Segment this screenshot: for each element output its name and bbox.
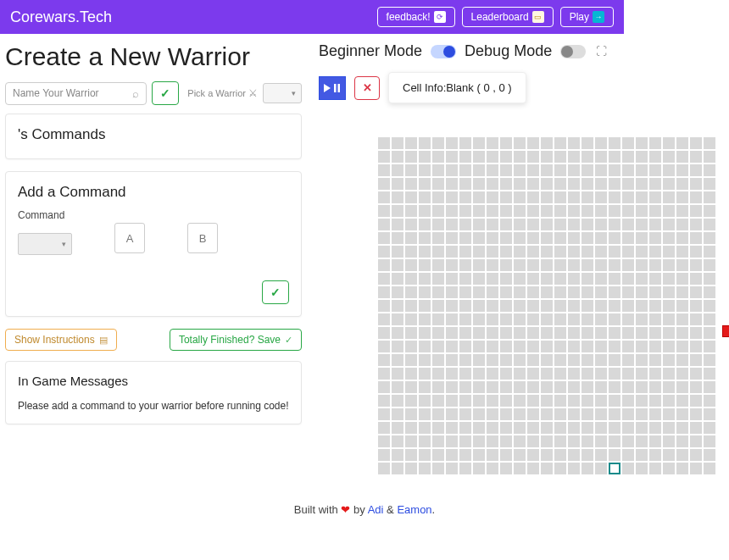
memory-cell[interactable] [459,354,471,366]
memory-cell[interactable] [582,435,593,447]
memory-cell[interactable] [609,408,620,420]
memory-cell[interactable] [568,463,580,474]
memory-cell[interactable] [704,286,715,298]
memory-cell[interactable] [636,463,648,474]
memory-cell[interactable] [405,408,417,420]
memory-cell[interactable] [676,327,688,339]
memory-cell[interactable] [487,273,498,285]
memory-cell[interactable] [459,273,471,285]
memory-cell[interactable] [487,246,498,258]
memory-cell[interactable] [690,368,702,380]
memory-cell[interactable] [514,327,526,339]
confirm-name-button[interactable]: ✓ [152,81,179,105]
memory-cell[interactable] [432,300,444,312]
memory-cell[interactable] [595,381,607,393]
memory-cell[interactable] [473,435,485,447]
memory-cell[interactable] [541,164,553,176]
memory-cell[interactable] [432,164,444,176]
memory-cell[interactable] [582,300,593,312]
memory-cell[interactable] [459,151,471,163]
memory-cell[interactable] [582,178,593,190]
memory-cell[interactable] [419,259,431,271]
memory-cell[interactable] [690,449,702,461]
memory-cell[interactable] [663,246,675,258]
memory-cell[interactable] [622,341,634,352]
memory-cell[interactable] [622,381,634,393]
memory-cell[interactable] [446,259,458,271]
memory-cell[interactable] [419,246,431,258]
memory-cell[interactable] [473,408,485,420]
memory-cell[interactable] [541,408,553,420]
memory-cell[interactable] [378,327,390,339]
memory-cell[interactable] [459,422,471,434]
memory-cell[interactable] [432,137,444,149]
memory-cell[interactable] [432,259,444,271]
memory-cell[interactable] [392,300,403,312]
memory-cell[interactable] [663,137,675,149]
memory-cell[interactable] [622,191,634,203]
memory-cell[interactable] [636,178,648,190]
memory-cell[interactable] [473,246,485,258]
memory-cell[interactable] [676,232,688,244]
memory-cell[interactable] [595,449,607,461]
memory-cell[interactable] [459,178,471,190]
memory-cell[interactable] [405,205,417,217]
memory-cell[interactable] [663,259,675,271]
memory-cell[interactable] [419,137,431,149]
memory-cell[interactable] [690,151,702,163]
show-instructions-button[interactable]: Show Instructions ▤ [5,329,117,351]
memory-cell[interactable] [527,422,539,434]
memory-cell[interactable] [446,232,458,244]
memory-cell[interactable] [487,435,498,447]
memory-cell[interactable] [704,422,715,434]
memory-cell[interactable] [595,327,607,339]
memory-cell[interactable] [636,191,648,203]
memory-cell[interactable] [378,178,390,190]
memory-cell[interactable] [500,219,512,230]
memory-cell[interactable] [568,259,580,271]
memory-cell[interactable] [636,232,648,244]
memory-cell[interactable] [704,449,715,461]
memory-cell[interactable] [609,368,620,380]
memory-cell[interactable] [622,151,634,163]
memory-cell[interactable] [487,341,498,352]
memory-cell[interactable] [622,395,634,407]
memory-cell[interactable] [582,408,593,420]
memory-cell[interactable] [609,178,620,190]
memory-cell[interactable] [676,368,688,380]
memory-cell[interactable] [690,381,702,393]
memory-cell[interactable] [622,327,634,339]
memory-cell[interactable] [568,286,580,298]
memory-cell[interactable] [514,219,526,230]
memory-cell[interactable] [582,395,593,407]
memory-cell[interactable] [609,259,620,271]
memory-cell[interactable] [500,300,512,312]
memory-cell[interactable] [473,191,485,203]
memory-cell[interactable] [392,341,403,352]
memory-cell[interactable] [541,463,553,474]
memory-cell[interactable] [541,300,553,312]
memory-cell[interactable] [582,463,593,474]
memory-cell[interactable] [446,300,458,312]
memory-cell[interactable] [541,368,553,380]
memory-cell[interactable] [568,395,580,407]
memory-cell[interactable] [419,368,431,380]
memory-cell[interactable] [622,286,634,298]
memory-cell[interactable] [636,164,648,176]
memory-cell[interactable] [446,422,458,434]
memory-cell[interactable] [568,219,580,230]
memory-cell[interactable] [622,354,634,366]
memory-cell[interactable] [487,354,498,366]
memory-cell[interactable] [500,354,512,366]
memory-cell[interactable] [459,395,471,407]
memory-cell[interactable] [676,313,688,325]
memory-cell[interactable] [500,341,512,352]
memory-cell[interactable] [609,137,620,149]
memory-cell[interactable] [487,313,498,325]
memory-cell[interactable] [704,368,715,380]
memory-cell[interactable] [514,341,526,352]
memory-cell[interactable] [432,286,444,298]
memory-cell[interactable] [473,422,485,434]
memory-cell[interactable] [405,354,417,366]
memory-cell[interactable] [704,151,715,163]
